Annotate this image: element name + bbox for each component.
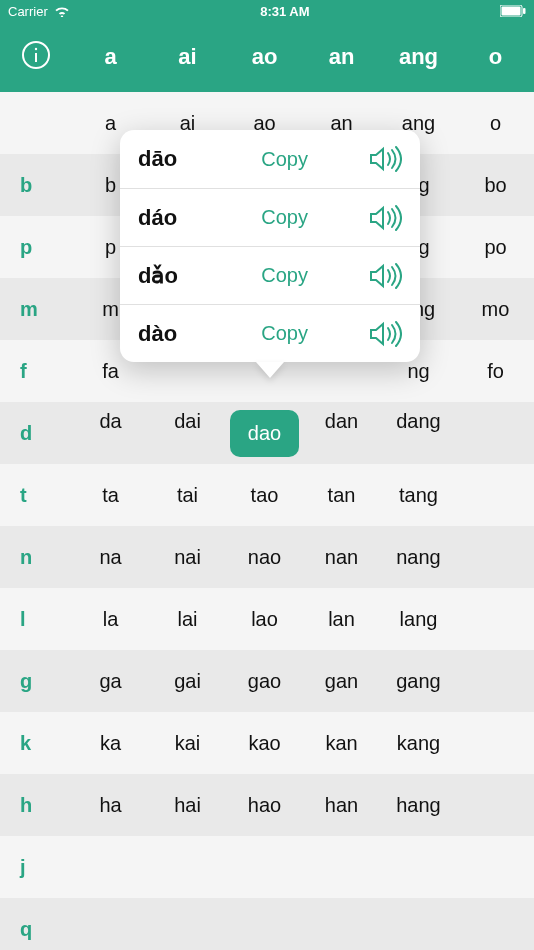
pinyin-cell[interactable]: kai [149, 732, 226, 755]
pinyin-cell[interactable]: dao [226, 410, 303, 457]
copy-button[interactable]: Copy [228, 264, 308, 287]
pinyin-cell[interactable]: na [72, 546, 149, 569]
row-label: l [0, 608, 72, 631]
pinyin-cell[interactable]: ta [72, 484, 149, 507]
row-label: p [0, 236, 72, 259]
row-label: h [0, 794, 72, 817]
status-bar: Carrier 8:31 AM [0, 0, 534, 22]
pinyin-cell[interactable]: hao [226, 794, 303, 817]
pinyin-cell[interactable]: lai [149, 608, 226, 631]
tone-popover: dāoCopydáoCopydǎoCopydàoCopy [120, 130, 420, 378]
tone-row: dàoCopy [120, 304, 420, 362]
pinyin-cell[interactable]: nang [380, 546, 457, 569]
pinyin-cell[interactable]: ha [72, 794, 149, 817]
pinyin-cell[interactable]: hai [149, 794, 226, 817]
pinyin-cell[interactable]: tai [149, 484, 226, 507]
pinyin-cell[interactable]: da [72, 410, 149, 457]
header-col[interactable]: an [303, 44, 380, 70]
pinyin-cell [457, 732, 534, 755]
speaker-icon[interactable] [308, 145, 402, 173]
wifi-icon [54, 5, 70, 17]
row-label: t [0, 484, 72, 507]
table-row: ggagaigaogangang [0, 650, 534, 712]
svg-point-4 [35, 48, 37, 50]
info-icon[interactable] [20, 39, 52, 75]
svg-rect-2 [523, 8, 526, 14]
header-col[interactable]: ao [226, 44, 303, 70]
status-time: 8:31 AM [260, 4, 309, 19]
pinyin-cell[interactable]: tang [380, 484, 457, 507]
speaker-icon[interactable] [308, 320, 402, 348]
carrier-label: Carrier [8, 4, 48, 19]
pinyin-cell[interactable]: kan [303, 732, 380, 755]
tone-pinyin: dāo [138, 146, 228, 172]
pinyin-cell[interactable]: dang [380, 410, 457, 457]
pinyin-cell [457, 410, 534, 457]
pinyin-cell[interactable]: po [457, 236, 534, 259]
pinyin-cell [457, 484, 534, 507]
tone-pinyin: dǎo [138, 263, 228, 289]
pinyin-cell[interactable]: dan [303, 410, 380, 457]
tone-row: dāoCopy [120, 130, 420, 188]
pinyin-cell [457, 670, 534, 693]
pinyin-cell[interactable]: la [72, 608, 149, 631]
pinyin-cell[interactable]: dai [149, 410, 226, 457]
table-row: kkakaikaokankang [0, 712, 534, 774]
row-label: d [0, 422, 72, 445]
pinyin-cell[interactable]: o [457, 112, 534, 135]
speaker-icon[interactable] [308, 262, 402, 290]
pinyin-cell[interactable]: lan [303, 608, 380, 631]
header-col[interactable]: a [72, 44, 149, 70]
copy-button[interactable]: Copy [228, 322, 308, 345]
row-label: b [0, 174, 72, 197]
tone-row: dáoCopy [120, 188, 420, 246]
pinyin-cell[interactable]: lang [380, 608, 457, 631]
copy-button[interactable]: Copy [228, 148, 308, 171]
row-label: k [0, 732, 72, 755]
table-row: nnanainaonannang [0, 526, 534, 588]
tone-row: dǎoCopy [120, 246, 420, 304]
pinyin-cell[interactable]: gan [303, 670, 380, 693]
table-row: ddadaidaodandang [0, 402, 534, 464]
pinyin-cell [457, 546, 534, 569]
row-label: g [0, 670, 72, 693]
header-bar: aaiaoanango [0, 22, 534, 92]
header-col[interactable]: ai [149, 44, 226, 70]
table-row: llalailaolanlang [0, 588, 534, 650]
pinyin-cell[interactable]: ga [72, 670, 149, 693]
pinyin-cell[interactable]: mo [457, 298, 534, 321]
pinyin-cell[interactable]: tan [303, 484, 380, 507]
pinyin-cell [457, 794, 534, 817]
speaker-icon[interactable] [308, 204, 402, 232]
active-cell-chip[interactable]: dao [230, 410, 299, 457]
pinyin-cell [457, 608, 534, 631]
pinyin-cell[interactable]: ka [72, 732, 149, 755]
row-label: m [0, 298, 72, 321]
pinyin-cell[interactable]: nao [226, 546, 303, 569]
pinyin-cell[interactable]: hang [380, 794, 457, 817]
tone-pinyin: dáo [138, 205, 228, 231]
row-label: q [0, 918, 72, 941]
pinyin-cell[interactable]: gang [380, 670, 457, 693]
header-col[interactable]: ang [380, 44, 457, 70]
pinyin-cell[interactable]: gai [149, 670, 226, 693]
table-row: ttataitaotantang [0, 464, 534, 526]
pinyin-cell[interactable]: bo [457, 174, 534, 197]
pinyin-cell[interactable]: fo [457, 360, 534, 383]
pinyin-cell[interactable]: nan [303, 546, 380, 569]
pinyin-cell[interactable]: tao [226, 484, 303, 507]
table-row: j [0, 836, 534, 898]
row-label: f [0, 360, 72, 383]
battery-icon [500, 5, 526, 17]
pinyin-cell[interactable]: kao [226, 732, 303, 755]
header-col[interactable]: o [457, 44, 534, 70]
popover-arrow [256, 362, 284, 378]
svg-rect-1 [501, 7, 520, 16]
pinyin-cell[interactable]: nai [149, 546, 226, 569]
pinyin-cell[interactable]: kang [380, 732, 457, 755]
pinyin-cell[interactable]: han [303, 794, 380, 817]
copy-button[interactable]: Copy [228, 206, 308, 229]
pinyin-cell[interactable]: lao [226, 608, 303, 631]
table-row: q [0, 898, 534, 950]
pinyin-cell[interactable]: gao [226, 670, 303, 693]
